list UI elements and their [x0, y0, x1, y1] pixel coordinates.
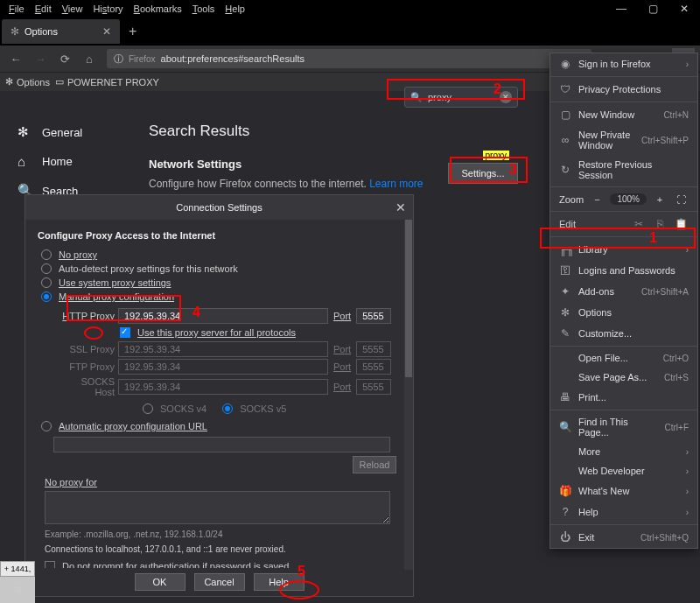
menu-find[interactable]: 🔍Find in This Page...Ctrl+F: [550, 412, 697, 442]
menu-sign-in[interactable]: ◉Sign in to Firefox›: [550, 53, 697, 74]
no-proxy-for-input[interactable]: [45, 491, 390, 524]
help-button[interactable]: Help: [254, 573, 304, 591]
menu-file[interactable]: File: [4, 4, 30, 14]
clear-search-button[interactable]: ✕: [500, 91, 512, 103]
gear-icon: ✻: [5, 76, 13, 88]
menu-logins[interactable]: ⚿Logins and Passwords: [550, 260, 697, 281]
menu-bookmarks[interactable]: Bookmarks: [129, 4, 187, 14]
menu-options[interactable]: ✻Options: [550, 302, 697, 323]
menu-view[interactable]: View: [57, 4, 88, 14]
zoom-percent[interactable]: 100%: [610, 193, 647, 205]
url-bar[interactable]: ⓘ Firefox about:preferences#searchResult…: [107, 49, 592, 68]
paint-icon: ✎: [559, 327, 571, 340]
menu-addons[interactable]: ✦Add-onsCtrl+Shift+A: [550, 281, 697, 302]
menu-privacy-protections[interactable]: 🛡Privacy Protections: [550, 79, 697, 100]
learn-more-link[interactable]: Learn more: [369, 178, 423, 190]
taskbar-start[interactable]: ⊞: [0, 577, 35, 603]
mask-icon: ∞: [559, 134, 571, 146]
menu-edit-row: Edit ✂ ⎘ 📋: [550, 214, 697, 235]
menu-history[interactable]: History: [88, 4, 128, 14]
back-button[interactable]: ←: [5, 48, 26, 69]
cut-button[interactable]: ✂: [631, 218, 647, 230]
key-icon: ⚿: [559, 264, 571, 277]
connection-settings-dialog: Connection Settings ✕ Configure Proxy Ac…: [24, 194, 414, 597]
minimize-button[interactable]: —: [606, 0, 637, 18]
restore-icon: ↻: [559, 164, 571, 176]
menu-web-developer[interactable]: Web Developer›: [550, 461, 697, 480]
paste-button[interactable]: 📋: [673, 218, 689, 230]
http-proxy-host-input[interactable]: [118, 308, 328, 324]
reload-button[interactable]: Reload: [353, 456, 396, 473]
gift-icon: 🎁: [559, 485, 571, 497]
print-icon: 🖶: [559, 391, 571, 403]
socks-host-input: [118, 379, 328, 395]
ssl-proxy-label: SSL Proxy: [60, 344, 115, 354]
checkbox-icon: [120, 327, 130, 338]
menu-whats-new[interactable]: 🎁What's New›: [550, 480, 697, 501]
zoom-out-button[interactable]: −: [589, 194, 605, 205]
network-settings-button[interactable]: Settings...: [448, 163, 518, 184]
radio-icon: [143, 403, 153, 414]
no-prompt-checkbox[interactable]: Do not prompt for authentication if pass…: [45, 559, 401, 568]
preferences-search-input[interactable]: [428, 92, 494, 102]
auto-config-url-input[interactable]: [53, 437, 390, 452]
sidebar-item-general[interactable]: ✻General: [18, 117, 122, 147]
gear-icon: ✻: [18, 124, 33, 140]
menu-print[interactable]: 🖶Print...: [550, 387, 697, 408]
forward-button[interactable]: →: [30, 48, 51, 69]
menu-restore-session[interactable]: ↻Restore Previous Session: [550, 155, 697, 185]
tab-title: Options: [24, 26, 97, 37]
tab-close-button[interactable]: ✕: [102, 25, 111, 38]
bookmark-folder-powernet[interactable]: ▭POWERNET PROXY: [55, 76, 159, 88]
scrollbar-thumb[interactable]: [405, 220, 412, 377]
cancel-button[interactable]: Cancel: [194, 573, 245, 591]
radio-no-proxy[interactable]: No proxy: [41, 248, 401, 262]
close-window-button[interactable]: ✕: [668, 0, 700, 18]
reload-button[interactable]: ⟳: [54, 48, 75, 69]
menu-tools[interactable]: Tools: [187, 4, 220, 14]
sidebar-item-home[interactable]: ⌂Home: [18, 147, 122, 176]
fullscreen-button[interactable]: ⛶: [673, 194, 689, 205]
taskbar-stub-text: + 1441,: [0, 561, 35, 577]
menu-new-private-window[interactable]: ∞New Private WindowCtrl+Shift+P: [550, 125, 697, 155]
radio-use-system[interactable]: Use system proxy settings: [41, 276, 401, 290]
menu-more[interactable]: More›: [550, 442, 697, 461]
menu-help[interactable]: ?Help›: [550, 501, 697, 522]
radio-manual-proxy[interactable]: Manual proxy configuration: [41, 290, 401, 304]
maximize-button[interactable]: ▢: [637, 0, 668, 18]
tab-options[interactable]: ✻ Options ✕: [2, 19, 120, 44]
bookmark-options[interactable]: ✻Options: [5, 76, 50, 88]
no-proxy-for-label: No proxy for: [45, 477, 401, 487]
preferences-main: 🔍 ✕ Search Results Network Settings Conf…: [149, 91, 525, 190]
use-proxy-all-checkbox[interactable]: Use this proxy server for all protocols: [120, 325, 401, 340]
home-button[interactable]: ⌂: [79, 48, 100, 69]
menu-customize[interactable]: ✎Customize...: [550, 323, 697, 344]
windows-icon: ⊞: [14, 585, 22, 596]
preferences-search-box[interactable]: 🔍 ✕: [404, 87, 518, 108]
menu-open-file[interactable]: Open File...Ctrl+O: [550, 348, 697, 368]
http-proxy-port-input[interactable]: [356, 308, 391, 324]
home-icon: ⌂: [18, 154, 33, 169]
search-highlight: proxy: [483, 151, 509, 160]
window-icon: ▢: [559, 109, 571, 121]
ok-button[interactable]: OK: [135, 573, 186, 591]
menu-new-window[interactable]: ▢New WindowCtrl+N: [550, 104, 697, 125]
url-prefix: Firefox: [129, 54, 156, 64]
exit-icon: ⏻: [559, 531, 571, 543]
zoom-in-button[interactable]: +: [652, 194, 668, 205]
window-controls: — ▢ ✕: [606, 0, 700, 18]
menu-help[interactable]: Help: [220, 4, 250, 14]
radio-auto-config-url[interactable]: Automatic proxy configuration URL: [41, 419, 401, 433]
menu-edit[interactable]: Edit: [30, 4, 57, 14]
new-tab-button[interactable]: +: [120, 24, 145, 39]
menu-zoom-row: Zoom − 100% + ⛶: [550, 189, 697, 209]
menu-library[interactable]: ╓╖Library›: [550, 239, 697, 260]
copy-button[interactable]: ⎘: [652, 218, 668, 230]
menu-exit[interactable]: ⏻ExitCtrl+Shift+Q: [550, 527, 697, 548]
dialog-scrollbar[interactable]: [404, 220, 413, 570]
radio-auto-detect[interactable]: Auto-detect proxy settings for this netw…: [41, 262, 401, 276]
menu-save-page[interactable]: Save Page As...Ctrl+S: [550, 368, 697, 387]
ftp-proxy-host-input: [118, 359, 328, 375]
dialog-close-button[interactable]: ✕: [396, 200, 406, 214]
help-icon: ?: [559, 506, 571, 518]
